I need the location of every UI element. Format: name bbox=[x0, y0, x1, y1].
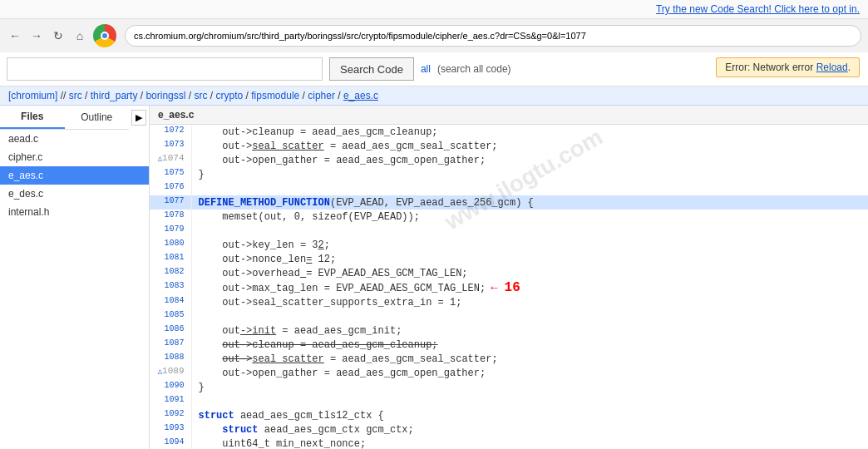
table-row: 1086 out->init = aead_aes_gcm_init; bbox=[150, 323, 868, 338]
line-num[interactable]: 1082 bbox=[150, 266, 191, 280]
tab-files[interactable]: Files bbox=[0, 106, 65, 129]
line-num[interactable]: 1088 bbox=[150, 352, 191, 366]
sidebar-collapse-btn[interactable]: ▶ bbox=[131, 110, 146, 126]
error-text: Error: Network error bbox=[725, 62, 816, 73]
tab-outline[interactable]: Outline bbox=[65, 106, 130, 129]
breadcrumb-filename[interactable]: e_aes.c bbox=[343, 90, 378, 101]
line-num[interactable]: 1080 bbox=[150, 238, 191, 252]
line-num[interactable]: 1081 bbox=[150, 252, 191, 266]
table-row: 1090 } bbox=[150, 380, 868, 394]
line-code: out->seal_scatter = aead_aes_gcm_seal_sc… bbox=[191, 139, 868, 153]
table-row: 1083 out->max_tag_len = EVP_AEAD_AES_GCM… bbox=[150, 280, 868, 295]
breadcrumb-boringssl[interactable]: boringssl bbox=[145, 90, 185, 101]
breadcrumb-fipsmodule[interactable]: fipsmodule bbox=[251, 90, 299, 101]
line-code: out->nonce_len= 12; bbox=[191, 252, 868, 266]
table-row: 1076 bbox=[150, 181, 868, 195]
line-num[interactable]: △1074 bbox=[150, 153, 191, 167]
line-num[interactable]: 1075 bbox=[150, 167, 191, 181]
sidebar-tabs: Files Outline bbox=[0, 106, 129, 130]
breadcrumb-src2[interactable]: src bbox=[194, 90, 207, 101]
line-num[interactable]: 1087 bbox=[150, 338, 191, 352]
table-row: 1081 out->nonce_len= 12; bbox=[150, 252, 868, 266]
line-code: out->seal_scatter = aead_aes_gcm_seal_sc… bbox=[191, 352, 868, 366]
table-row: 1078 memset(out, 0, sizeof(EVP_AEAD)); bbox=[150, 210, 868, 224]
file-item-e-des[interactable]: e_des.c bbox=[0, 185, 149, 203]
line-code: out->overhead = EVP_AEAD_AES_GCM_TAG_LEN… bbox=[191, 266, 868, 280]
forward-button[interactable]: → bbox=[28, 27, 45, 44]
line-code: out->open_gather = aead_aes_gcm_open_gat… bbox=[191, 153, 868, 167]
line-num[interactable]: 1079 bbox=[150, 224, 191, 238]
line-num[interactable]: 1073 bbox=[150, 139, 191, 153]
line-num[interactable]: △1089 bbox=[150, 366, 191, 380]
address-bar[interactable] bbox=[125, 25, 861, 47]
line-code bbox=[191, 309, 868, 323]
line-code: out->key_len = 32; bbox=[191, 238, 868, 252]
table-row: 1073 out->seal_scatter = aead_aes_gcm_se… bbox=[150, 139, 868, 153]
file-item-e-aes[interactable]: e_aes.c bbox=[0, 166, 149, 185]
line-code: memset(out, 0, sizeof(EVP_AEAD)); bbox=[191, 210, 868, 224]
line-code: DEFINE_METHOD_FUNCTION(EVP_AEAD, EVP_aea… bbox=[191, 195, 868, 210]
line-num[interactable]: 1078 bbox=[150, 210, 191, 224]
line-code: struct aead_aes_gcm_ctx gcm_ctx; bbox=[191, 422, 868, 437]
line-code: out->cleanup = aead_aes_gcm_cleanup; bbox=[191, 338, 868, 352]
nav-bar: ← → ↻ ⌂ bbox=[0, 19, 868, 52]
code-filename: e_aes.c bbox=[150, 106, 868, 125]
table-row: 1094 uint64_t min_next_nonce; bbox=[150, 437, 868, 449]
table-row: 1079 bbox=[150, 224, 868, 238]
search-button[interactable]: Search Code bbox=[329, 57, 414, 81]
breadcrumb-third-party[interactable]: third_party bbox=[91, 90, 138, 101]
table-row: △1089 out->open_gather = aead_aes_gcm_op… bbox=[150, 366, 868, 380]
breadcrumb: [chromium] // src / third_party / boring… bbox=[0, 86, 868, 106]
line-num[interactable]: 1094 bbox=[150, 437, 191, 449]
line-code: } bbox=[191, 167, 868, 181]
table-row: 1087 out->cleanup = aead_aes_gcm_cleanup… bbox=[150, 338, 868, 352]
file-item-aead[interactable]: aead.c bbox=[0, 130, 149, 148]
home-button[interactable]: ⌂ bbox=[72, 27, 88, 44]
sidebar-tabs-row: Files Outline ▶ bbox=[0, 106, 149, 130]
chrome-logo-inner bbox=[101, 32, 109, 40]
table-row: 1088 out->seal_scatter = aead_aes_gcm_se… bbox=[150, 352, 868, 366]
file-item-internal[interactable]: internal.h bbox=[0, 203, 149, 221]
line-code: out->open_gather = aead_aes_gcm_open_gat… bbox=[191, 366, 868, 380]
line-code: out->init = aead_aes_gcm_init; bbox=[191, 323, 868, 338]
line-num[interactable]: 1084 bbox=[150, 295, 191, 309]
line-code bbox=[191, 181, 868, 195]
table-row-highlighted: 1077 DEFINE_METHOD_FUNCTION(EVP_AEAD, EV… bbox=[150, 195, 868, 210]
breadcrumb-crypto[interactable]: crypto bbox=[216, 90, 244, 101]
table-row: 1080 out->key_len = 32; bbox=[150, 238, 868, 252]
line-code: out->seal_scatter_supports_extra_in = 1; bbox=[191, 295, 868, 309]
line-num[interactable]: 1086 bbox=[150, 323, 191, 338]
table-row: 1084 out->seal_scatter_supports_extra_in… bbox=[150, 295, 868, 309]
breadcrumb-src[interactable]: src bbox=[69, 90, 82, 101]
file-item-cipher[interactable]: cipher.c bbox=[0, 148, 149, 166]
breadcrumb-chromium[interactable]: [chromium] bbox=[8, 90, 57, 101]
table-row: △1074 out->open_gather = aead_aes_gcm_op… bbox=[150, 153, 868, 167]
sidebar: Files Outline ▶ aead.c cipher.c e_aes.c … bbox=[0, 106, 150, 449]
line-num[interactable]: 1092 bbox=[150, 408, 191, 422]
line-num[interactable]: 1091 bbox=[150, 394, 191, 408]
line-num[interactable]: 1077 bbox=[150, 195, 191, 210]
line-num[interactable]: 1072 bbox=[150, 125, 191, 139]
back-button[interactable]: ← bbox=[7, 27, 23, 44]
opt-in-text[interactable]: Try the new Code Search! Click here to o… bbox=[656, 3, 860, 15]
line-num[interactable]: 1085 bbox=[150, 309, 191, 323]
code-area: e_aes.c 1072 out->cleanup = aead_aes_gcm… bbox=[150, 106, 868, 449]
main-layout: Files Outline ▶ aead.c cipher.c e_aes.c … bbox=[0, 106, 868, 449]
search-input[interactable] bbox=[7, 57, 323, 81]
line-code: uint64_t min_next_nonce; bbox=[191, 437, 868, 449]
line-num[interactable]: 1076 bbox=[150, 181, 191, 195]
reload-link[interactable]: Reload bbox=[816, 62, 848, 73]
line-num[interactable]: 1093 bbox=[150, 422, 191, 437]
table-row: 1092 struct aead_aes_gcm_tls12_ctx { bbox=[150, 408, 868, 422]
scope-selector: all (search all code) bbox=[421, 63, 511, 75]
line-code bbox=[191, 224, 868, 238]
breadcrumb-cipher[interactable]: cipher bbox=[308, 90, 335, 101]
table-row: 1093 struct aead_aes_gcm_ctx gcm_ctx; bbox=[150, 422, 868, 437]
table-row: 1091 bbox=[150, 394, 868, 408]
search-toolbar: Search Code all (search all code) Error:… bbox=[0, 52, 868, 86]
line-num[interactable]: 1083 bbox=[150, 280, 191, 295]
scope-label[interactable]: all bbox=[421, 63, 431, 75]
file-list: aead.c cipher.c e_aes.c e_des.c internal… bbox=[0, 130, 149, 449]
line-num[interactable]: 1090 bbox=[150, 380, 191, 394]
reload-button[interactable]: ↻ bbox=[50, 27, 67, 44]
